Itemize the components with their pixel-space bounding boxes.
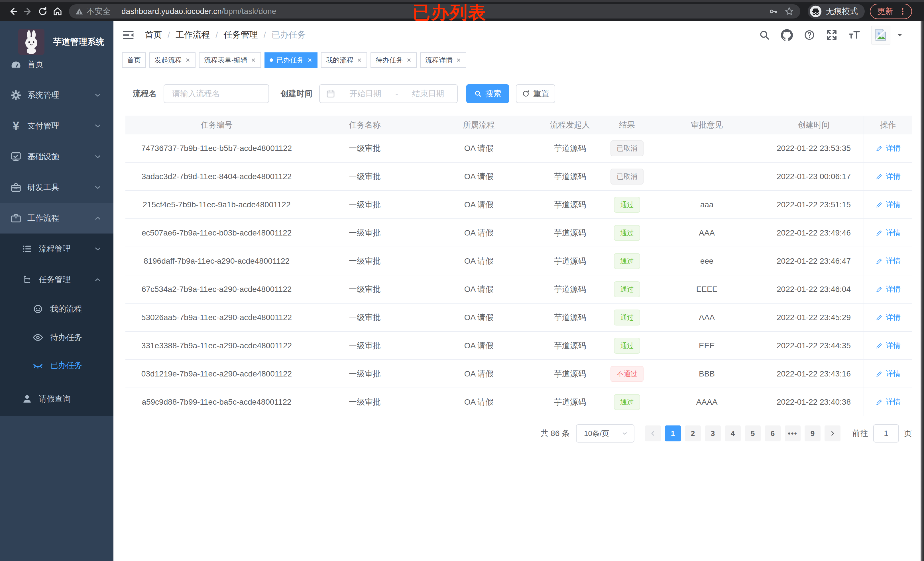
avatar[interactable] [872,25,890,45]
sidebar-item-todo-tasks[interactable]: 待办任务 [0,323,113,352]
toolbox-icon [10,182,22,193]
prev-page-button[interactable] [645,425,661,441]
placeholder: 请输入流程名 [172,88,220,99]
sidebar-item-label: 请假查询 [39,393,70,404]
sidebar-item-done-tasks[interactable]: 已办任务 [0,352,113,379]
page-button-2[interactable]: 2 [685,425,701,441]
sidebar-item-workflow[interactable]: 工作流程 [0,203,113,233]
breadcrumb-workflow[interactable]: 工作流程 [176,29,210,41]
monitor-icon [10,151,22,162]
date-range-input[interactable]: 开始日期 - 结束日期 [319,84,458,103]
search-icon[interactable] [759,29,770,41]
sidebar-item-process-mgmt[interactable]: 流程管理 [0,233,113,264]
help-icon[interactable] [804,29,815,41]
cell-task-name: 一级审批 [308,332,422,359]
cell-starter: 芋道源码 [536,275,604,303]
goto-page-input[interactable]: 1 [873,424,899,443]
detail-link[interactable]: 详情 [876,256,901,266]
font-size-icon[interactable] [848,29,861,41]
more-pages-button[interactable]: ••• [784,425,801,441]
update-button[interactable]: 更新 [870,4,912,19]
detail-link[interactable]: 详情 [876,284,901,294]
detail-label: 详情 [886,369,901,379]
sidebar-item-label: 支付管理 [27,120,59,131]
total-count: 共 86 条 [540,428,570,439]
detail-link[interactable]: 详情 [876,341,901,350]
detail-link[interactable]: 详情 [876,228,901,238]
tab-todo-tasks[interactable]: 待办任务 [370,52,417,68]
tab-my-process[interactable]: 我的流程 [321,52,367,68]
flow-tree-icon [22,274,33,285]
detail-label: 详情 [886,313,901,322]
start-date-placeholder: 开始日期 [343,88,388,99]
cell-create-time: 2022-01-22 23:46:47 [764,247,864,275]
close-icon[interactable] [456,57,461,63]
refresh-icon [522,90,530,98]
detail-link[interactable]: 详情 [876,313,901,322]
forward-icon[interactable] [21,4,35,19]
close-icon[interactable] [357,57,362,63]
cell-comment [650,163,764,190]
sidebar-item-my-process[interactable]: 我的流程 [0,295,113,323]
breadcrumb-task-mgmt[interactable]: 任务管理 [224,29,258,41]
breadcrumb-home[interactable]: 首页 [145,29,162,41]
reload-icon[interactable] [35,4,50,19]
list-tree-icon [22,244,33,254]
page-button-6[interactable]: 6 [765,425,781,441]
bookmark-star-icon[interactable] [784,6,794,16]
page-button-1[interactable]: 1 [665,425,681,441]
sidebar-collapse-icon[interactable] [122,28,135,42]
sidebar-item-home[interactable]: 首页 [0,49,113,80]
sidebar-item-label: 待办任务 [50,332,82,343]
sidebar-item-devtools[interactable]: 研发工具 [0,172,113,203]
cell-task-name: 一级审批 [308,191,422,218]
tab-process-form-edit[interactable]: 流程表单-编辑 [199,52,261,68]
detail-link[interactable]: 详情 [876,200,901,209]
breadcrumb-separator: / [264,30,266,40]
reset-button[interactable]: 重置 [516,84,555,103]
close-icon[interactable] [307,57,312,63]
page-button-9[interactable]: 9 [805,425,820,441]
detail-link[interactable]: 详情 [876,397,901,407]
password-key-icon[interactable] [768,6,778,16]
back-icon[interactable] [6,4,21,19]
sidebar: 芋道管理系统 首页 系统管理 ¥ 支付管理 基础设施 [0,21,113,561]
github-icon[interactable] [781,29,793,41]
page-button-3[interactable]: 3 [705,425,721,441]
fullscreen-icon[interactable] [826,29,837,41]
col-actions: 操作 [864,116,912,135]
col-starter: 流程发起人 [536,116,604,135]
detail-link[interactable]: 详情 [876,143,901,153]
detail-link[interactable]: 详情 [876,171,901,181]
page-button-4[interactable]: 4 [725,425,741,441]
close-icon[interactable] [251,57,256,63]
sidebar-item-infrastructure[interactable]: 基础设施 [0,141,113,172]
sidebar-item-payment[interactable]: ¥ 支付管理 [0,111,113,141]
process-name-input[interactable]: 请输入流程名 [164,84,269,103]
result-badge: 通过 [614,225,640,241]
home-icon[interactable] [50,4,65,19]
page-size-select[interactable]: 10条/页 [576,424,634,443]
close-icon[interactable] [185,57,190,63]
close-icon[interactable] [406,57,411,63]
search-button[interactable]: 搜索 [466,84,509,103]
caret-down-icon[interactable] [896,31,903,39]
sidebar-item-system[interactable]: 系统管理 [0,80,113,111]
cell-process: OA 请假 [422,275,536,303]
tab-home[interactable]: 首页 [122,52,146,68]
sidebar-item-leave-query[interactable]: 请假查询 [0,385,113,413]
detail-link[interactable]: 详情 [876,369,901,379]
browser-menu-icon[interactable] [898,7,907,16]
sidebar-item-task-mgmt[interactable]: 任务管理 [0,264,113,295]
page-button-5[interactable]: 5 [745,425,761,441]
cell-task-id: 74736737-7b9b-11ec-b5b7-acde48001122 [125,135,308,162]
divider [116,7,116,16]
tab-done-tasks[interactable]: 已办任务 [264,52,318,68]
cell-task-id: 8196daff-7b9a-11ec-a290-acde48001122 [125,247,308,275]
sidebar-item-label: 系统管理 [27,90,59,100]
tab-start-process[interactable]: 发起流程 [149,52,195,68]
next-page-button[interactable] [825,425,840,441]
cell-comment: eee [650,247,764,275]
main-area: 首页 / 工作流程 / 任务管理 / 已办任务 [113,21,921,561]
tab-process-detail[interactable]: 流程详情 [420,52,466,68]
